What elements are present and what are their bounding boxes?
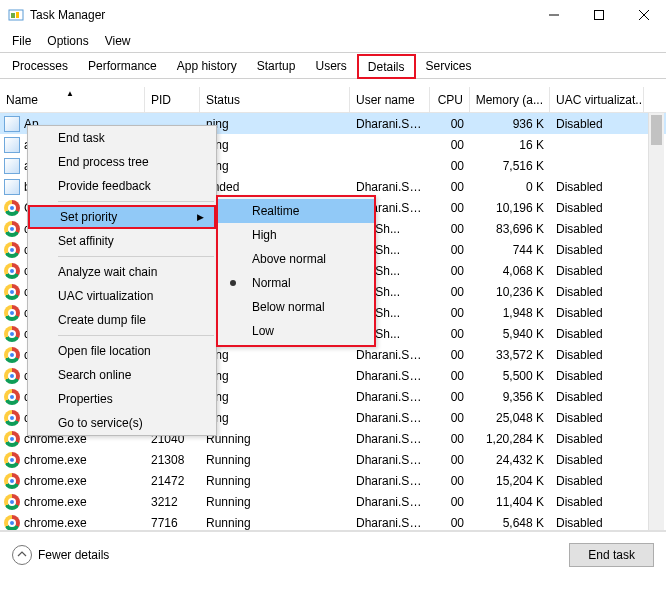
cell-user: Dharani.Sh...: [350, 117, 430, 131]
header-status[interactable]: Status: [200, 87, 350, 112]
cell-memory: 10,196 K: [470, 201, 550, 215]
cell-status: ning: [200, 159, 350, 173]
cell-cpu: 00: [430, 474, 470, 488]
ctx-provide-feedback[interactable]: Provide feedback: [28, 174, 216, 198]
menu-view[interactable]: View: [97, 32, 139, 50]
priority-low[interactable]: Low: [218, 319, 374, 343]
tab-performance[interactable]: Performance: [78, 54, 167, 79]
ctx-set-priority[interactable]: Set priority▶: [28, 205, 216, 229]
tab-services[interactable]: Services: [416, 54, 482, 79]
cell-status: ning: [200, 390, 350, 404]
header-name[interactable]: Name▲: [0, 87, 145, 112]
menu-options[interactable]: Options: [39, 32, 96, 50]
cell-pid: 21472: [145, 474, 200, 488]
process-icon: [4, 137, 20, 153]
process-name: chrome.exe: [24, 474, 87, 488]
cell-uac: Disabled: [550, 285, 644, 299]
header-uac[interactable]: UAC virtualizat...: [550, 87, 644, 112]
ctx-open-file-location[interactable]: Open file location: [28, 339, 216, 363]
tab-startup[interactable]: Startup: [247, 54, 306, 79]
process-name: chrome.exe: [24, 516, 87, 530]
svg-rect-2: [16, 12, 19, 18]
cell-memory: 15,204 K: [470, 474, 550, 488]
scrollbar-thumb[interactable]: [651, 115, 662, 145]
svg-rect-4: [594, 11, 603, 20]
table-row[interactable]: chrome.exe21308RunningDharani.Sh...0024,…: [0, 449, 666, 470]
close-button[interactable]: [621, 0, 666, 30]
vertical-scrollbar[interactable]: [648, 113, 664, 530]
menu-file[interactable]: File: [4, 32, 39, 50]
cell-pid: 21308: [145, 453, 200, 467]
ctx-create-dump-file[interactable]: Create dump file: [28, 308, 216, 332]
process-icon: [4, 263, 20, 279]
tab-users[interactable]: Users: [305, 54, 356, 79]
process-icon: [4, 326, 20, 342]
cell-uac: Disabled: [550, 474, 644, 488]
cell-memory: 11,404 K: [470, 495, 550, 509]
cell-memory: 10,236 K: [470, 285, 550, 299]
table-row[interactable]: chrome.exe21472RunningDharani.Sh...0015,…: [0, 470, 666, 491]
tab-processes[interactable]: Processes: [2, 54, 78, 79]
cell-user: Dharani.Sh...: [350, 369, 430, 383]
cell-memory: 744 K: [470, 243, 550, 257]
cell-memory: 7,516 K: [470, 159, 550, 173]
cell-uac: Disabled: [550, 201, 644, 215]
priority-above-normal[interactable]: Above normal: [218, 247, 374, 271]
cell-uac: Disabled: [550, 453, 644, 467]
tab-details[interactable]: Details: [357, 54, 416, 79]
cell-status: ning: [200, 117, 350, 131]
cell-cpu: 00: [430, 348, 470, 362]
process-icon: [4, 389, 20, 405]
cell-uac: Disabled: [550, 243, 644, 257]
cell-memory: 936 K: [470, 117, 550, 131]
cell-cpu: 00: [430, 285, 470, 299]
cell-memory: 1,948 K: [470, 306, 550, 320]
cell-memory: 25,048 K: [470, 411, 550, 425]
menubar: File Options View: [0, 30, 666, 52]
priority-realtime[interactable]: Realtime: [218, 199, 374, 223]
cell-user: Dharani.Sh...: [350, 453, 430, 467]
table-row[interactable]: chrome.exe3212RunningDharani.Sh...0011,4…: [0, 491, 666, 512]
ctx-analyze-wait-chain[interactable]: Analyze wait chain: [28, 260, 216, 284]
end-task-button[interactable]: End task: [569, 543, 654, 567]
ctx-properties[interactable]: Properties: [28, 387, 216, 411]
cell-status: ning: [200, 348, 350, 362]
fewer-details-button[interactable]: Fewer details: [12, 545, 109, 565]
ctx-uac-virtualization[interactable]: UAC virtualization: [28, 284, 216, 308]
header-cpu[interactable]: CPU: [430, 87, 470, 112]
cell-memory: 0 K: [470, 180, 550, 194]
cell-status: ended: [200, 180, 350, 194]
cell-status: Running: [200, 516, 350, 530]
sort-asc-icon: ▲: [66, 89, 74, 98]
priority-high[interactable]: High: [218, 223, 374, 247]
process-icon: [4, 221, 20, 237]
priority-normal[interactable]: Normal: [218, 271, 374, 295]
cell-status: Running: [200, 453, 350, 467]
ctx-go-to-services[interactable]: Go to service(s): [28, 411, 216, 435]
cell-uac: Disabled: [550, 327, 644, 341]
maximize-button[interactable]: [576, 0, 621, 30]
process-icon: [4, 158, 20, 174]
header-memory[interactable]: Memory (a...: [470, 87, 550, 112]
process-icon: [4, 368, 20, 384]
ctx-end-process-tree[interactable]: End process tree: [28, 150, 216, 174]
cell-cpu: 00: [430, 264, 470, 278]
cell-cpu: 00: [430, 138, 470, 152]
cell-memory: 16 K: [470, 138, 550, 152]
ctx-end-task[interactable]: End task: [28, 126, 216, 150]
header-user[interactable]: User name: [350, 87, 430, 112]
cell-status: Running: [200, 432, 350, 446]
header-pid[interactable]: PID: [145, 87, 200, 112]
cell-user: Dharani.Sh...: [350, 474, 430, 488]
cell-cpu: 00: [430, 453, 470, 467]
ctx-search-online[interactable]: Search online: [28, 363, 216, 387]
ctx-set-affinity[interactable]: Set affinity: [28, 229, 216, 253]
minimize-button[interactable]: [531, 0, 576, 30]
cell-user: Dharani.Sh...: [350, 411, 430, 425]
cell-cpu: 00: [430, 411, 470, 425]
tab-app-history[interactable]: App history: [167, 54, 247, 79]
cell-memory: 33,572 K: [470, 348, 550, 362]
priority-below-normal[interactable]: Below normal: [218, 295, 374, 319]
cell-pid: 3212: [145, 495, 200, 509]
table-row[interactable]: chrome.exe7716RunningDharani.Sh...005,64…: [0, 512, 666, 531]
